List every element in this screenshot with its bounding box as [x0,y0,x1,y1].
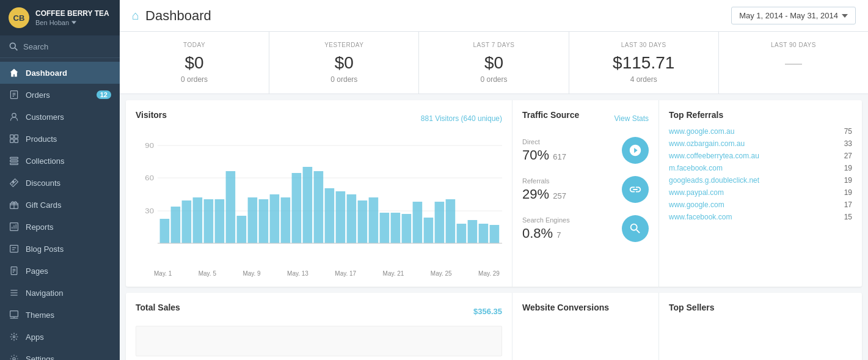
stat-30days: LAST 30 DAYS $115.71 4 orders [569,32,719,94]
visitors-chart: 90 60 30 [136,133,502,268]
traffic-pct: 29% 257 [522,186,566,202]
x-label: May. 13 [287,270,308,277]
x-label: May. 29 [478,270,500,277]
customers-icon [9,111,20,122]
referral-count: 15 [844,213,852,221]
svg-rect-69 [424,218,434,243]
chevron-down-icon [842,14,848,18]
stat-yesterday: YESTERDAY $0 0 orders [269,32,419,94]
navigation-icon [9,287,20,298]
x-label: May. 17 [335,270,356,277]
referral-link[interactable]: www.google.com [669,200,724,209]
stat-orders-yesterday: 0 orders [275,75,412,84]
sidebar-item-pages[interactable]: Pages [0,260,120,282]
x-label: May. 1 [154,270,172,277]
referrals-list: www.google.com.au75www.ozbargain.com.au3… [669,127,852,221]
visitors-summary: 881 Visitors (640 unique) [421,114,502,123]
visitors-panel: Visitors 881 Visitors (640 unique) 90 60… [126,100,512,287]
traffic-label: Direct [522,138,566,145]
svg-point-0 [10,43,15,48]
sidebar-item-label: Products [26,134,57,144]
referral-link[interactable]: www.coffeeberrytea.com.au [669,152,759,160]
svg-rect-23 [10,245,18,252]
svg-point-14 [12,181,13,182]
svg-rect-52 [237,216,247,243]
svg-rect-48 [193,197,203,243]
store-name: COFFEE BERRY TEA [35,9,109,19]
sidebar-item-settings[interactable]: Settings [0,348,120,360]
sidebar-item-blog-posts[interactable]: Blog Posts [0,238,120,260]
referral-link[interactable]: googleads.g.doubleclick.net [669,176,759,185]
stat-value-today: $0 [126,53,263,73]
sidebar-item-label: Customers [26,112,64,122]
traffic-label: Referrals [522,177,566,185]
referral-row: www.google.com.au75 [669,127,852,136]
search-bar[interactable]: Search [0,35,120,58]
sidebar-item-label: Navigation [26,288,63,298]
referral-link[interactable]: www.google.com.au [669,127,734,136]
top-sellers-title: Top Sellers [669,303,852,312]
referral-link[interactable]: www.facebook.com [669,213,732,221]
referral-link[interactable]: www.paypal.com [669,188,724,197]
traffic-source-title: Traffic Source [522,110,579,120]
sidebar-item-label: Reports [26,222,54,232]
svg-rect-11 [10,157,18,158]
sidebar-item-collections[interactable]: Collections [0,150,120,172]
svg-rect-50 [215,199,225,243]
svg-rect-60 [325,188,335,243]
svg-rect-62 [347,194,357,243]
svg-rect-65 [380,213,390,243]
x-label: May. 21 [383,270,404,277]
sidebar: CB COFFEE BERRY TEA Ben Hoban Search Das… [0,0,120,360]
sidebar-item-orders[interactable]: Orders 12 [0,84,120,106]
referral-link[interactable]: www.ozbargain.com.au [669,139,745,148]
sidebar-item-reports[interactable]: Reports [0,216,120,238]
svg-rect-10 [15,139,18,143]
avatar: CB [9,7,29,28]
sidebar-item-gift-cards[interactable]: Gift Cards [0,194,120,216]
referral-count: 27 [844,152,852,160]
referral-link[interactable]: m.facebook.com [669,164,723,172]
top-sellers-panel: Top Sellers [659,293,862,360]
svg-rect-13 [10,163,18,164]
sidebar-item-dashboard[interactable]: Dashboard [0,62,120,84]
svg-rect-58 [303,167,313,243]
svg-rect-47 [182,200,192,243]
x-label: May. 25 [431,270,452,277]
total-sales-chart-placeholder [136,326,502,356]
referral-row: googleads.g.doubleclick.net19 [669,176,852,185]
sidebar-item-label: Blog Posts [26,244,64,254]
home-icon [9,67,20,78]
orders-icon [9,89,20,100]
referral-row: www.facebook.com15 [669,213,852,221]
svg-rect-8 [15,135,18,139]
traffic-search: Search Engines 0.8% 7 [522,215,649,242]
top-referrals-title: Top Referrals [669,110,852,120]
view-stats-link[interactable]: View Stats [615,114,649,123]
svg-text:90: 90 [145,142,154,150]
sidebar-item-products[interactable]: Products [0,128,120,150]
website-conversions-panel: Website Conversions [512,293,659,360]
sidebar-item-apps[interactable]: Apps [0,326,120,348]
date-range-button[interactable]: May 1, 2014 - May 31, 2014 [731,7,856,24]
blog-icon [9,243,20,254]
sidebar-item-label: Orders [26,90,50,100]
sidebar-item-discounts[interactable]: Discounts [0,172,120,194]
stat-7days: LAST 7 DAYS $0 0 orders [419,32,569,94]
stat-value-7days: $0 [425,53,562,73]
stat-value-yesterday: $0 [275,53,412,73]
referral-row: m.facebook.com19 [669,164,852,172]
total-sales-panel: Total Sales $356.35 [126,293,512,360]
stat-label-yesterday: YESTERDAY [275,42,412,48]
svg-rect-67 [402,214,412,243]
sidebar-header[interactable]: CB COFFEE BERRY TEA Ben Hoban [0,0,120,35]
sidebar-item-label: Themes [26,310,54,320]
sidebar-item-label: Gift Cards [26,200,62,210]
sidebar-item-label: Settings [26,354,54,361]
sidebar-item-themes[interactable]: Themes [0,304,120,326]
svg-rect-45 [160,219,170,243]
sidebar-item-navigation[interactable]: Navigation [0,282,120,304]
website-conversions-title: Website Conversions [522,303,649,312]
traffic-pct: 0.8% 7 [522,226,570,241]
sidebar-item-customers[interactable]: Customers [0,106,120,128]
